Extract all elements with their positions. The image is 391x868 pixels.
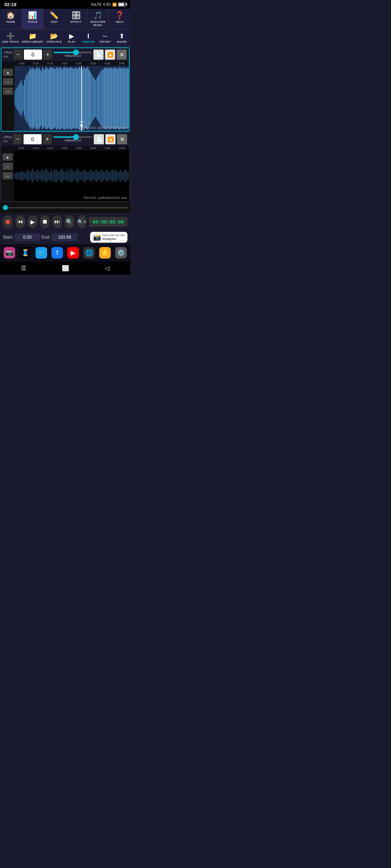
twitter-button[interactable]: 🐦 bbox=[35, 247, 47, 259]
track2-close-button[interactable]: ✕ bbox=[117, 134, 127, 144]
nav-discover[interactable]: 🎵 DISCOVER MUSIC bbox=[87, 9, 109, 29]
track2-up-button[interactable]: ▲ bbox=[3, 153, 13, 161]
web-button[interactable]: 🌐 bbox=[83, 247, 95, 259]
svg-rect-170 bbox=[73, 170, 73, 181]
svg-rect-3 bbox=[17, 88, 17, 109]
edit-icon: ✏️ bbox=[50, 11, 59, 20]
menu-nav-button[interactable]: ☰ bbox=[21, 265, 26, 272]
track2-side-controls: ▲ ↔ — bbox=[1, 150, 14, 201]
track1-down-button[interactable]: — bbox=[3, 88, 13, 95]
svg-rect-142 bbox=[43, 171, 43, 180]
instagram-promo-text: FOLLOW US ONInstagram bbox=[102, 234, 125, 241]
time-marker-5: 0:30 bbox=[86, 62, 101, 65]
zoom-in-button[interactable]: 🔍+ bbox=[77, 215, 87, 228]
svg-rect-78 bbox=[96, 78, 97, 118]
nav-edit[interactable]: ✏️ EDIT bbox=[43, 9, 65, 29]
facebook-button[interactable]: f bbox=[51, 247, 63, 259]
svg-rect-182 bbox=[85, 170, 86, 181]
track2-offset-input[interactable] bbox=[24, 134, 42, 144]
add-track-button[interactable]: ➕ ADD TRACK bbox=[1, 31, 20, 45]
svg-rect-220 bbox=[126, 170, 126, 181]
progress-dot[interactable] bbox=[3, 205, 8, 210]
svg-rect-168 bbox=[71, 169, 71, 183]
back-nav-button[interactable]: ◁ bbox=[105, 265, 109, 272]
track1-stretch-button[interactable]: ↔ bbox=[3, 78, 13, 85]
track1-waveform-area[interactable]: ▲ ↔ — bbox=[1, 66, 129, 131]
svg-rect-175 bbox=[78, 169, 79, 183]
end-label: End: bbox=[42, 235, 51, 240]
track1-mute-button[interactable]: 🔼 bbox=[105, 50, 115, 60]
offset-label: OFFSET bbox=[99, 40, 111, 43]
nav-track[interactable]: 📊 TRACK bbox=[22, 9, 43, 29]
stop-button[interactable]: ⏹ bbox=[40, 215, 50, 228]
home-nav-button[interactable]: ⬜ bbox=[62, 265, 69, 272]
svg-rect-58 bbox=[75, 67, 76, 129]
track2-down-button[interactable]: — bbox=[3, 172, 13, 179]
progress-bar-container[interactable] bbox=[0, 202, 130, 213]
svg-rect-7 bbox=[21, 80, 22, 116]
svg-rect-210 bbox=[115, 169, 116, 182]
track2-plus-button[interactable]: + bbox=[43, 134, 52, 144]
track2-time-5: 0:30 bbox=[86, 146, 101, 150]
track2-volume-slider[interactable] bbox=[53, 136, 92, 138]
track2-waveform-area[interactable]: ▲ ↔ — bbox=[1, 150, 129, 201]
svg-rect-15 bbox=[29, 69, 30, 127]
track1-offset-input[interactable] bbox=[24, 50, 42, 60]
track2-mute-button[interactable]: 🔼 bbox=[105, 134, 115, 144]
track2-time-2: 0:15 bbox=[43, 146, 58, 150]
nav-home[interactable]: 🏠 HOME bbox=[0, 9, 22, 29]
svg-rect-22 bbox=[37, 67, 37, 129]
nav-effect[interactable]: 🎛️ EFFECT bbox=[66, 9, 87, 29]
youtube-button[interactable]: ▶ bbox=[67, 247, 79, 259]
track1-close-button[interactable]: ✕ bbox=[117, 50, 127, 60]
share-button[interactable]: ⬆ SHARE bbox=[114, 31, 130, 45]
svg-rect-138 bbox=[39, 171, 39, 180]
svg-rect-33 bbox=[49, 69, 49, 127]
time-marker-2: 0:15 bbox=[43, 62, 58, 65]
svg-rect-165 bbox=[67, 169, 68, 182]
svg-rect-57 bbox=[74, 69, 75, 128]
track2-file-button[interactable]: 📄 bbox=[94, 134, 104, 144]
track1-volume-slider[interactable] bbox=[54, 52, 92, 53]
cursor-button[interactable]: I CURSOR bbox=[80, 31, 96, 45]
open-library-button[interactable]: 📁 OPEN LIBRARY bbox=[21, 31, 45, 45]
svg-rect-36 bbox=[51, 68, 52, 129]
threads-button[interactable]: 🧵 bbox=[20, 247, 31, 259]
nav-help[interactable]: ❓ HELP bbox=[109, 9, 130, 29]
svg-rect-102 bbox=[122, 68, 122, 129]
time-marker-1: 0:10 bbox=[29, 62, 43, 65]
track2-minus-button[interactable]: − bbox=[13, 134, 22, 144]
end-input[interactable] bbox=[52, 233, 77, 241]
settings-button[interactable]: ⚙️ bbox=[115, 247, 127, 259]
start-input[interactable] bbox=[15, 233, 40, 241]
play-pause-button[interactable]: ▶ bbox=[28, 215, 38, 228]
play-button[interactable]: ▶ PLAY bbox=[64, 31, 80, 45]
track1-plus-button[interactable]: + bbox=[43, 50, 52, 60]
track1-file-button[interactable]: 📄 bbox=[93, 50, 104, 60]
svg-rect-92 bbox=[111, 68, 112, 129]
track1-minus-button[interactable]: − bbox=[14, 50, 22, 60]
svg-rect-55 bbox=[72, 68, 72, 129]
rewind-button[interactable]: ⏮ bbox=[15, 215, 25, 228]
favorites-button[interactable]: ⭐ bbox=[99, 247, 111, 259]
record-button[interactable]: ⏺ bbox=[3, 215, 13, 228]
open-file-button[interactable]: 📂 OPEN FILE bbox=[45, 31, 63, 45]
svg-rect-23 bbox=[38, 69, 38, 128]
svg-rect-38 bbox=[54, 68, 54, 128]
time-marker-6: 0:35 bbox=[100, 62, 115, 65]
svg-rect-136 bbox=[37, 170, 37, 181]
progress-track[interactable] bbox=[8, 207, 127, 208]
track1-up-button[interactable]: ▲ bbox=[3, 69, 13, 76]
track2-stretch-button[interactable]: ↔ bbox=[3, 163, 13, 170]
start-end-bar: Start: End: 📸 FOLLOW US ONInstagram bbox=[0, 230, 130, 244]
offset-button[interactable]: ↔ OFFSET bbox=[97, 31, 113, 45]
svg-rect-32 bbox=[47, 68, 48, 128]
zoom-out-button[interactable]: 🔍 bbox=[64, 215, 75, 228]
instagram-promo[interactable]: 📸 FOLLOW US ONInstagram bbox=[90, 232, 127, 243]
svg-rect-201 bbox=[106, 170, 106, 181]
social-bar: 📷 🧵 🐦 f ▶ 🌐 ⭐ ⚙️ bbox=[0, 244, 130, 261]
instagram-button[interactable]: 📷 bbox=[4, 247, 15, 259]
open-library-label: OPEN LIBRARY bbox=[22, 40, 43, 43]
skip-forward-button[interactable]: ⏭ bbox=[52, 215, 62, 228]
svg-rect-191 bbox=[95, 170, 96, 181]
